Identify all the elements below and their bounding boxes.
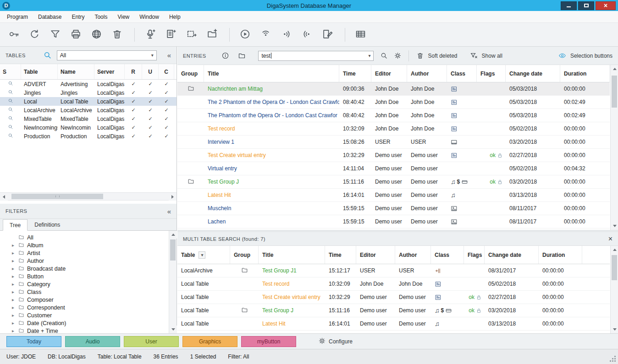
tables-column-table[interactable]: Table — [21, 64, 58, 79]
table-row-localarchive[interactable]: LocalArchive LocalArchive LocalDigas ✓ ✓… — [0, 106, 177, 114]
filters-scrollbar[interactable] — [169, 231, 177, 333]
tables-filter-dropdown[interactable]: All ▾ — [57, 50, 157, 60]
tree-item-date-creation[interactable]: ▸ Date (Creation) — [0, 319, 168, 327]
tables-column-u[interactable]: U — [142, 64, 159, 79]
print-button[interactable] — [66, 26, 85, 43]
entries-column-flags[interactable]: Flags — [477, 65, 506, 82]
menu-program[interactable]: Program — [2, 11, 33, 22]
tree-item-date-time[interactable]: ▸ Date + Time — [0, 327, 168, 333]
selection-buttons-toggle[interactable] — [557, 50, 568, 61]
table-row-newincomings[interactable]: NewIncomings NewIncomin LocalDigas ✓ ✓ ✓ — [0, 123, 177, 132]
multi-column-title[interactable]: Title — [259, 246, 325, 264]
refresh-button[interactable] — [25, 26, 44, 43]
resize-grip[interactable] — [614, 360, 616, 362]
tree-item-customer[interactable]: ▸ Customer — [0, 311, 168, 319]
menu-help[interactable]: Help — [164, 11, 186, 22]
show-all-button[interactable] — [469, 50, 480, 61]
entry-row[interactable]: Test Group J 15:11:16 Demo user Demo use… — [177, 175, 610, 189]
signal-c-button[interactable] — [298, 26, 316, 43]
entry-row[interactable]: Interview 1 15:08:26 USER USER 03/20/201… — [177, 136, 610, 149]
expand-arrow-icon[interactable]: ▸ — [12, 266, 18, 271]
new-tab-button[interactable] — [203, 26, 221, 43]
menu-view[interactable]: View — [112, 11, 134, 22]
entries-column-title[interactable]: Title — [204, 65, 339, 82]
scrollbar-track[interactable] — [8, 193, 169, 200]
quick-button-mybutton[interactable]: myButton — [241, 336, 296, 347]
table-button[interactable] — [351, 26, 370, 43]
multi-column-flags[interactable]: Flags — [464, 246, 485, 264]
quick-button-graphics[interactable]: Graphics — [182, 336, 237, 347]
signal-a-button[interactable] — [256, 26, 275, 43]
multi-column-table[interactable]: Table▾ — [177, 246, 230, 264]
info-button[interactable] — [220, 50, 231, 61]
entries-scroll-track[interactable] — [611, 73, 618, 222]
expand-arrow-icon[interactable]: ▸ — [12, 313, 18, 318]
signal-b-button[interactable] — [277, 26, 295, 43]
table-search-icon[interactable] — [42, 50, 53, 61]
selection-button[interactable] — [182, 26, 200, 43]
multi-column-duration[interactable]: Duration — [539, 246, 582, 264]
tree-item-correspondent[interactable]: ▸ Correspondent — [0, 304, 168, 311]
expand-arrow-icon[interactable]: ▸ — [12, 274, 18, 279]
minimize-button[interactable] — [561, 1, 577, 10]
tree-item-button[interactable]: ▸ Button — [0, 272, 168, 280]
tree-item-artist[interactable]: ▸ Artist — [0, 249, 168, 257]
multi-scroll-down-button[interactable] — [611, 326, 618, 333]
entry-row[interactable]: The Phantom of the Opera Or - London Cas… — [177, 109, 610, 122]
tables-column-server[interactable]: Server — [94, 64, 125, 79]
multi-search-row[interactable]: LocalArchive Test Group J1 15:12:17 USER… — [177, 264, 610, 277]
close-multi-search-button[interactable]: × — [608, 235, 612, 243]
multi-scroll-track[interactable] — [611, 254, 618, 326]
expand-arrow-icon[interactable]: ▸ — [12, 305, 18, 310]
multi-column-change-date[interactable]: Change date — [485, 246, 539, 264]
entries-scroll-down-button[interactable] — [611, 222, 618, 230]
expand-arrow-icon[interactable]: ▸ — [12, 289, 18, 294]
tree-item-author[interactable]: ▸ Author — [0, 257, 168, 265]
menu-tools[interactable]: Tools — [89, 11, 112, 22]
entries-scrollbar[interactable] — [610, 65, 618, 230]
tree-item-class[interactable]: ▸ Class — [0, 288, 168, 296]
tab-definitions[interactable]: Definitions — [28, 219, 67, 230]
filters-scroll-up-button[interactable] — [169, 231, 177, 239]
import-button[interactable] — [161, 26, 180, 43]
collapse-filters-button[interactable]: « — [167, 207, 171, 215]
entries-column-group[interactable]: Group — [177, 65, 204, 82]
tables-column-s[interactable]: S — [0, 64, 21, 79]
menu-window[interactable]: Window — [134, 11, 164, 22]
tree-item-composer[interactable]: ▸ Composer — [0, 296, 168, 304]
tables-column-c[interactable]: C — [159, 64, 174, 79]
multi-column-author[interactable]: Author — [395, 246, 431, 264]
filters-scroll-track[interactable] — [169, 239, 177, 326]
multi-scroll-up-button[interactable] — [611, 246, 618, 254]
expand-arrow-icon[interactable]: ▸ — [12, 258, 18, 263]
open-folder-button[interactable] — [236, 50, 247, 61]
table-filter-dropdown[interactable]: ▾ — [199, 251, 205, 259]
entries-scroll-up-button[interactable] — [611, 65, 618, 73]
entry-row[interactable]: The 2 Phantom of the Opera Or - London C… — [177, 96, 610, 109]
entry-row[interactable]: Nachrichten am Mittag 09:00:36 John Doe … — [177, 82, 610, 96]
quick-button-user[interactable]: User — [124, 336, 179, 347]
expand-arrow-icon[interactable]: ▸ — [12, 328, 18, 333]
configure-button[interactable]: Configure — [318, 337, 353, 346]
quick-button-audio[interactable]: Audio — [65, 336, 120, 347]
filters-scroll-thumb[interactable] — [170, 239, 176, 261]
mic-add-button[interactable] — [141, 26, 159, 43]
quick-button-today[interactable]: Today — [6, 336, 61, 347]
soft-deleted-button[interactable] — [414, 50, 425, 61]
entry-row[interactable]: Test Create virtual entry 10:32:29 Demo … — [177, 149, 610, 162]
expand-arrow-icon[interactable]: ▸ — [12, 321, 18, 326]
entry-row[interactable]: Test record 10:32:09 John Doe John Doe 0… — [177, 122, 610, 136]
entry-row[interactable]: Lachen 15:59:15 Demo user Demo user 08/1… — [177, 215, 610, 228]
search-button[interactable] — [378, 50, 389, 61]
tree-item-category[interactable]: ▸ Category — [0, 280, 168, 288]
key-button[interactable] — [5, 26, 23, 43]
expand-arrow-icon[interactable]: ▸ — [12, 282, 18, 287]
multi-search-row[interactable]: Local Table Latest Hit 16:14:01 Demo use… — [177, 317, 610, 331]
tree-item-broadcast-date[interactable]: ▸ Broadcast date — [0, 265, 168, 272]
entries-column-time[interactable]: Time — [339, 65, 371, 82]
scrollbar-thumb[interactable] — [11, 194, 103, 199]
entry-row[interactable]: Muscheln 15:59:15 Demo user Demo user 08… — [177, 202, 610, 215]
entries-column-author[interactable]: Author — [407, 65, 447, 82]
scroll-left-button[interactable] — [0, 193, 8, 201]
expand-arrow-icon[interactable]: ▸ — [12, 243, 18, 248]
